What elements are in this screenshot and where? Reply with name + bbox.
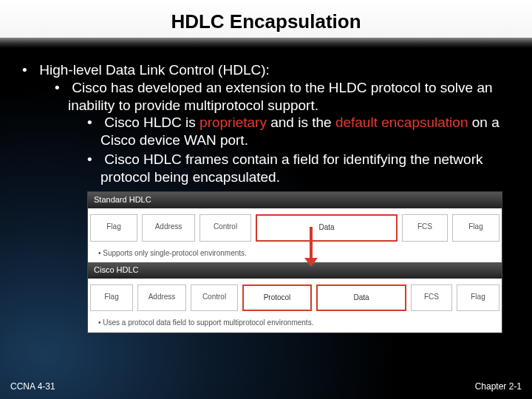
field-flag: Flag <box>90 284 133 312</box>
field-fcs: FCS <box>402 214 448 242</box>
arrow-icon <box>310 227 313 261</box>
bullet-level1: High-level Data Link Control (HDLC): Cis… <box>22 61 510 185</box>
field-control: Control <box>191 284 238 312</box>
arrow-head-icon <box>304 258 318 267</box>
bullet-level3: Cisco HLDC is proprietary and is the def… <box>87 114 510 149</box>
standard-hdlc-row: Flag Address Control Data FCS Flag <box>88 208 502 248</box>
title-underline <box>0 38 532 48</box>
bullet-text: Cisco HDLC frames contain a field for id… <box>100 151 482 185</box>
footer-right: Chapter 2-1 <box>475 381 522 392</box>
cisco-hdlc-row: Flag Address Control Protocol Data FCS F… <box>88 279 502 318</box>
field-address: Address <box>142 214 195 242</box>
bullet-level3: Cisco HDLC frames contain a field for id… <box>87 151 510 186</box>
bullet-text-part: Cisco HLDC is <box>104 115 200 130</box>
field-protocol: Protocol <box>242 284 312 312</box>
field-flag: Flag <box>452 214 499 242</box>
title-bar: HDLC Encapsulation <box>0 0 532 38</box>
bullet-level2: Cisco has developed an extension to the … <box>55 79 510 186</box>
bullet-text-part: and is the <box>267 115 335 130</box>
figure-header-standard: Standard HDLC <box>88 192 502 208</box>
field-control: Control <box>200 214 251 242</box>
figure-note-standard: Supports only single-protocol environmen… <box>88 248 502 263</box>
hdlc-frame-figure: Standard HDLC Flag Address Control Data … <box>87 191 502 333</box>
page-title: HDLC Encapsulation <box>0 7 532 38</box>
bullet-text: Cisco has developed an extension to the … <box>68 80 493 113</box>
figure-note-cisco: Uses a protocol data field to support mu… <box>88 317 502 332</box>
content-area: High-level Data Link Control (HDLC): Cis… <box>0 48 532 333</box>
footer-left: CCNA 4-31 <box>10 381 55 392</box>
bullet-text: High-level Data Link Control (HDLC): <box>39 62 270 78</box>
field-data: Data <box>316 284 406 312</box>
highlight-default-encap: default encapsulation <box>335 115 468 130</box>
figure-header-cisco: Cisco HDLC <box>88 262 502 279</box>
field-address: Address <box>137 284 186 312</box>
field-flag: Flag <box>90 214 137 242</box>
field-flag: Flag <box>457 284 499 312</box>
highlight-proprietary: proprietary <box>200 115 267 130</box>
field-fcs: FCS <box>411 284 452 312</box>
field-data: Data <box>256 214 398 242</box>
